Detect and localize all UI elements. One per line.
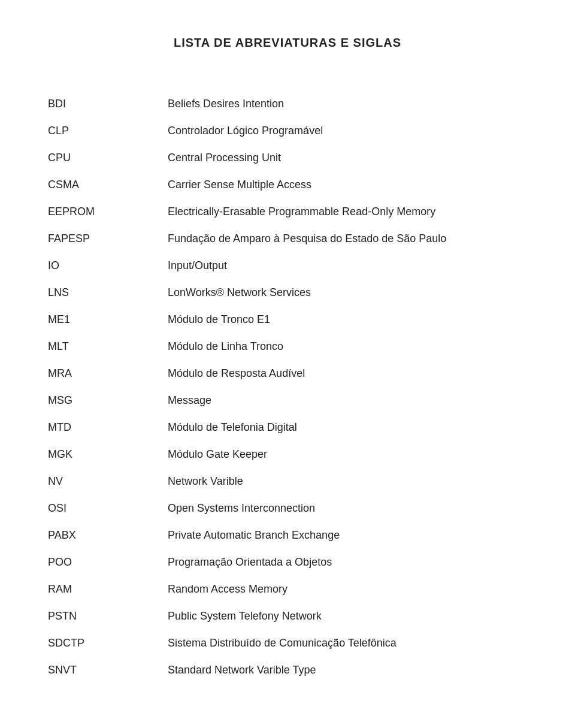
abbreviation-list: BDIBeliefs Desires IntentionCLPControlad… (48, 98, 527, 676)
abbr-definition: LonWorks® Network Services (168, 286, 311, 299)
abbr-definition: Central Processing Unit (168, 152, 281, 164)
abbr-code: RAM (48, 583, 168, 596)
abbr-code: FAPESP (48, 232, 168, 245)
abbr-definition: Electrically-Erasable Programmable Read-… (168, 206, 435, 218)
abbr-code: NV (48, 475, 168, 488)
table-row: PABXPrivate Automatic Branch Exchange (48, 529, 527, 542)
abbr-code: MGK (48, 448, 168, 461)
table-row: IOInput/Output (48, 259, 527, 272)
table-row: CPUCentral Processing Unit (48, 152, 527, 164)
abbr-definition: Módulo de Linha Tronco (168, 340, 283, 353)
table-row: LNSLonWorks® Network Services (48, 286, 527, 299)
abbr-code: PABX (48, 529, 168, 542)
abbr-definition: Controlador Lógico Programável (168, 125, 323, 137)
abbr-definition: Network Varible (168, 475, 243, 488)
abbr-code: BDI (48, 98, 168, 110)
table-row: CLPControlador Lógico Programável (48, 125, 527, 137)
table-row: ME1Módulo de Tronco E1 (48, 313, 527, 326)
abbr-code: MLT (48, 340, 168, 353)
abbr-definition: Fundação de Amparo à Pesquisa do Estado … (168, 232, 446, 245)
abbr-code: CPU (48, 152, 168, 164)
abbr-definition: Message (168, 394, 211, 407)
table-row: CSMACarrier Sense Multiple Access (48, 179, 527, 191)
table-row: MLTMódulo de Linha Tronco (48, 340, 527, 353)
abbr-code: IO (48, 259, 168, 272)
table-row: EEPROMElectrically-Erasable Programmable… (48, 206, 527, 218)
abbr-definition: Beliefs Desires Intention (168, 98, 284, 110)
abbr-code: CSMA (48, 179, 168, 191)
abbr-definition: Standard Network Varible Type (168, 664, 316, 676)
page-title: LISTA DE ABREVIATURAS E SIGLAS (48, 36, 527, 50)
table-row: RAMRandom Access Memory (48, 583, 527, 596)
abbr-definition: Módulo de Resposta Audível (168, 367, 305, 380)
table-row: MSGMessage (48, 394, 527, 407)
abbr-definition: Módulo Gate Keeper (168, 448, 267, 461)
table-row: MGKMódulo Gate Keeper (48, 448, 527, 461)
table-row: NVNetwork Varible (48, 475, 527, 488)
table-row: MRAMódulo de Resposta Audível (48, 367, 527, 380)
abbr-code: ME1 (48, 313, 168, 326)
table-row: SNVTStandard Network Varible Type (48, 664, 527, 676)
abbr-code: MRA (48, 367, 168, 380)
abbr-code: POO (48, 556, 168, 569)
abbr-definition: Sistema Distribuído de Comunicação Telef… (168, 637, 397, 650)
abbr-code: OSI (48, 502, 168, 515)
abbr-definition: Random Access Memory (168, 583, 288, 596)
table-row: PSTNPublic System Telefony Network (48, 610, 527, 623)
table-row: POOProgramação Orientada a Objetos (48, 556, 527, 569)
abbr-definition: Programação Orientada a Objetos (168, 556, 332, 569)
abbr-definition: Input/Output (168, 259, 227, 272)
abbr-code: SNVT (48, 664, 168, 676)
abbr-code: MSG (48, 394, 168, 407)
abbr-definition: Private Automatic Branch Exchange (168, 529, 340, 542)
abbr-definition: Módulo de Telefonia Digital (168, 421, 297, 434)
table-row: SDCTPSistema Distribuído de Comunicação … (48, 637, 527, 650)
abbr-definition: Carrier Sense Multiple Access (168, 179, 311, 191)
abbr-code: MTD (48, 421, 168, 434)
table-row: OSIOpen Systems Interconnection (48, 502, 527, 515)
abbr-definition: Public System Telefony Network (168, 610, 322, 623)
abbr-code: EEPROM (48, 206, 168, 218)
abbr-definition: Módulo de Tronco E1 (168, 313, 270, 326)
table-row: MTDMódulo de Telefonia Digital (48, 421, 527, 434)
abbr-definition: Open Systems Interconnection (168, 502, 315, 515)
abbr-code: PSTN (48, 610, 168, 623)
table-row: FAPESPFundação de Amparo à Pesquisa do E… (48, 232, 527, 245)
table-row: BDIBeliefs Desires Intention (48, 98, 527, 110)
abbr-code: LNS (48, 286, 168, 299)
abbr-code: CLP (48, 125, 168, 137)
abbr-code: SDCTP (48, 637, 168, 650)
